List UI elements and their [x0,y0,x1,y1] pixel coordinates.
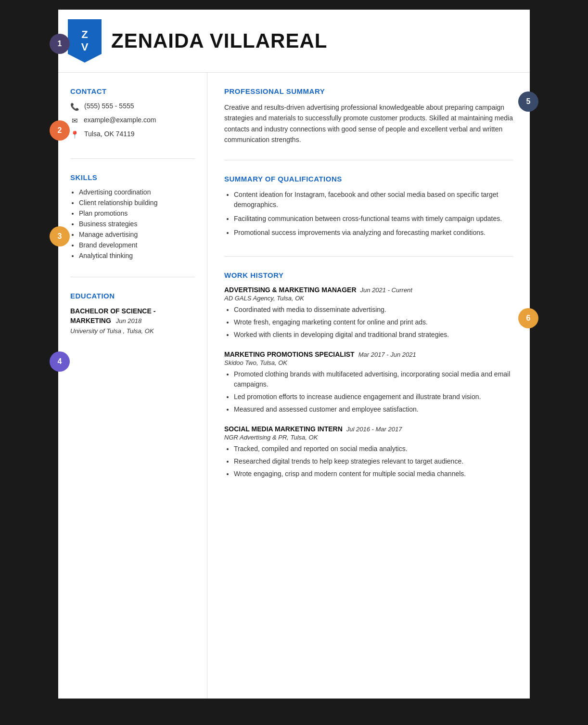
professional-summary-title: PROFESSIONAL SUMMARY [224,87,513,95]
job-bullet: Led promotion efforts to increase audien… [234,392,513,402]
education-section: EDUCATION BACHELOR OF SCIENCE - MARKETIN… [70,292,195,349]
initial-top: Z [81,28,88,41]
job-date-1: Jun 2021 - Current [360,286,412,294]
skills-title: SKILLS [70,173,195,181]
job-header-1: ADVERTISING & MARKETING MANAGER Jun 2021… [224,286,513,294]
job-bullet: Measured and assessed customer and emplo… [234,404,513,414]
qual-item: Content ideation for Instagram, facebook… [234,190,513,210]
location-icon: 📍 [70,130,79,139]
main-content: CONTACT 📞 (555) 555 - 5555 ✉ example@exa… [58,73,530,699]
job-bullet: Wrote fresh, engaging marketing content … [234,317,513,327]
right-content: PROFESSIONAL SUMMARY Creative and result… [207,73,530,699]
job-block-3: SOCIAL MEDIA MARKETING INTERN Jul 2016 -… [224,425,513,479]
education-title: EDUCATION [70,292,195,300]
job-title-3: SOCIAL MEDIA MARKETING INTERN [224,425,343,433]
job-header-2: MARKETING PROMOTIONS SPECIALIST Mar 2017… [224,350,513,358]
contact-phone: 📞 (555) 555 - 5555 [70,102,195,111]
sidebar: CONTACT 📞 (555) 555 - 5555 ✉ example@exa… [58,73,207,699]
contact-address: 📍 Tulsa, OK 74119 [70,130,195,139]
job-list-1: Coordinated with media to disseminate ad… [224,305,513,340]
professional-summary-text: Creative and results-driven advertising … [224,102,513,145]
email-value: example@example.com [84,116,156,124]
qualifications-list: Content ideation for Instagram, facebook… [224,190,513,238]
badge-5: 5 [518,91,538,112]
edu-date: Jun 2018 [116,317,142,324]
professional-summary-section: PROFESSIONAL SUMMARY Creative and result… [224,87,513,160]
skills-section: SKILLS Advertising coordination Client r… [70,173,195,277]
qual-item: Facilitating communication between cross… [234,214,513,224]
job-company-1: AD GALS Agency, Tulsa, OK [224,295,513,302]
job-bullet: Worked with clients in developing digita… [234,330,513,340]
job-header-3: SOCIAL MEDIA MARKETING INTERN Jul 2016 -… [224,425,513,433]
work-history-section: WORK HISTORY ADVERTISING & MARKETING MAN… [224,271,513,504]
email-icon: ✉ [70,117,79,125]
skill-item: Plan promotions [79,209,195,217]
full-name: ZENAIDA VILLAREAL [111,29,327,52]
address-value: Tulsa, OK 74119 [84,130,135,138]
badge-2: 2 [50,120,70,141]
job-list-3: Tracked, compiled and reported on social… [224,444,513,479]
job-date-2: Mar 2017 - Jun 2021 [358,351,416,358]
work-history-title: WORK HISTORY [224,271,513,279]
job-bullet: Promoted clothing brands with multifacet… [234,369,513,389]
avatar-banner: Z V [68,19,102,63]
job-bullet: Coordinated with media to disseminate ad… [234,305,513,315]
initial-bottom: V [81,41,89,53]
job-block-1: ADVERTISING & MARKETING MANAGER Jun 2021… [224,286,513,340]
skill-item: Business strategies [79,220,195,228]
skill-item: Manage advertising [79,231,195,238]
job-date-3: Jul 2016 - Mar 2017 [346,426,402,433]
edu-degree: BACHELOR OF SCIENCE - MARKETING Jun 2018 [70,307,195,325]
qualifications-section: SUMMARY OF QUALIFICATIONS Content ideati… [224,175,513,257]
job-bullet: Tracked, compiled and reported on social… [234,444,513,454]
qualifications-title: SUMMARY OF QUALIFICATIONS [224,175,513,183]
job-company-2: Skidoo Two, Tulsa, OK [224,359,513,366]
job-bullet: Researched digital trends to help keep s… [234,456,513,466]
skill-item: Brand development [79,241,195,249]
job-title-1: ADVERTISING & MARKETING MANAGER [224,286,357,294]
badge-3: 3 [50,226,70,246]
resume-container: 1 2 3 4 5 6 Z V ZENAIDA VILLAREAL CONTAC… [58,10,530,699]
contact-section: CONTACT 📞 (555) 555 - 5555 ✉ example@exa… [70,87,195,159]
contact-title: CONTACT [70,87,195,95]
edu-school: University of Tulsa , Tulsa, OK [70,327,195,335]
header: Z V ZENAIDA VILLAREAL [58,10,530,73]
skills-list: Advertising coordination Client relation… [70,188,195,259]
skill-item: Advertising coordination [79,188,195,196]
phone-icon: 📞 [70,103,79,111]
job-title-2: MARKETING PROMOTIONS SPECIALIST [224,350,355,358]
badge-1: 1 [50,34,70,54]
contact-email: ✉ example@example.com [70,116,195,125]
badge-6: 6 [518,308,538,328]
skill-item: Client relationship building [79,199,195,207]
job-bullet: Wrote engaging, crisp and modern content… [234,469,513,479]
qual-item: Promotional success improvements via ana… [234,228,513,238]
skill-item: Analytical thinking [79,252,195,259]
phone-value: (555) 555 - 5555 [84,102,134,110]
job-block-2: MARKETING PROMOTIONS SPECIALIST Mar 2017… [224,350,513,414]
job-company-3: NGR Advertising & PR, Tulsa, OK [224,434,513,441]
badge-4: 4 [50,351,70,372]
job-list-2: Promoted clothing brands with multifacet… [224,369,513,414]
